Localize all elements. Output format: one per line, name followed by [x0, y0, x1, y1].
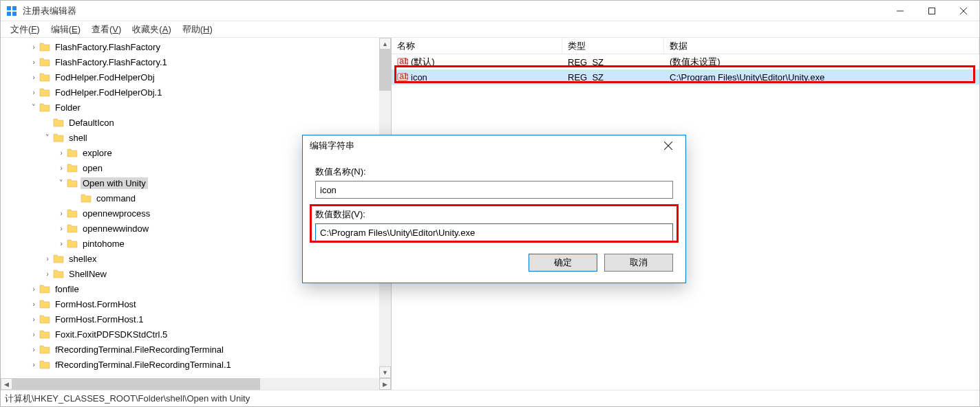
tree-horizontal-scrollbar[interactable]: ◀ ▶ — [1, 378, 391, 390]
scroll-track[interactable] — [12, 378, 379, 390]
expand-icon[interactable]: › — [42, 254, 53, 263]
column-header-data[interactable]: 数据 — [664, 38, 979, 54]
statusbar-path: 计算机\HKEY_CLASSES_ROOT\Folder\shell\Open … — [5, 393, 250, 405]
folder-icon — [39, 344, 50, 355]
tree-item[interactable]: ˅Folder — [1, 100, 379, 115]
tree-item[interactable]: ›fonfile — [1, 281, 379, 296]
svg-rect-1 — [12, 6, 17, 10]
expand-icon[interactable]: › — [28, 73, 39, 81]
expand-icon: · — [70, 194, 81, 202]
tree-item-label: fonfile — [53, 283, 81, 295]
tree-item-label: FodHelper.FodHelperObj — [53, 72, 157, 83]
svg-rect-3 — [12, 12, 17, 16]
dialog-title: 编辑字符串 — [310, 140, 658, 152]
tree-item-label: fRecordingTerminal.FileRecordingTerminal… — [53, 359, 233, 371]
expand-icon[interactable]: › — [42, 270, 53, 278]
dialog-titlebar[interactable]: 编辑字符串 — [303, 135, 685, 156]
expand-icon[interactable]: › — [28, 345, 39, 353]
expand-icon[interactable]: › — [28, 360, 39, 368]
expand-icon[interactable]: › — [56, 239, 67, 248]
value-name-label: 数值名称(N): — [315, 166, 673, 178]
expand-icon[interactable]: › — [28, 315, 39, 323]
value-name-input[interactable] — [315, 181, 673, 199]
tree-item-label: Foxit.FoxitPDFSDKStdCtrl.5 — [53, 329, 169, 340]
folder-icon — [67, 147, 78, 158]
value-data-input[interactable] — [315, 223, 673, 241]
tree-item[interactable]: ›fRecordingTerminal.FileRecordingTermina… — [1, 342, 379, 357]
edit-string-dialog: 编辑字符串 数值名称(N): 数值数据(V): 确定 取消 — [302, 135, 686, 283]
expand-icon[interactable]: › — [56, 164, 67, 172]
folder-icon — [39, 41, 50, 52]
tree-item[interactable]: ›Foxit.FoxitPDFSDKStdCtrl.5 — [1, 327, 379, 342]
window-controls — [884, 1, 979, 21]
scroll-thumb[interactable] — [379, 50, 391, 91]
folder-icon — [67, 223, 78, 234]
folder-icon — [53, 268, 64, 279]
tree-item-label: fRecordingTerminal.FileRecordingTerminal — [53, 344, 226, 355]
expand-icon: · — [42, 118, 53, 126]
list-row[interactable]: abiconREG_SZC:\Program Files\Unity\Edito… — [392, 69, 979, 85]
expand-icon[interactable]: › — [28, 330, 39, 338]
value-name: (默认) — [411, 56, 435, 68]
tree-item[interactable]: ·DefaultIcon — [1, 115, 379, 130]
list-row[interactable]: ab(默认)REG_SZ(数值未设置) — [392, 54, 979, 69]
expand-icon[interactable]: › — [56, 224, 67, 232]
folder-icon — [53, 132, 64, 143]
scroll-up-button[interactable]: ▲ — [379, 38, 391, 50]
expand-icon[interactable]: › — [28, 58, 39, 66]
menu-help[interactable]: 帮助(H) — [178, 22, 217, 37]
menu-edit[interactable]: 编辑(E) — [47, 22, 85, 37]
value-list[interactable]: ab(默认)REG_SZ(数值未设置)abiconREG_SZC:\Progra… — [392, 54, 979, 85]
svg-text:ab: ab — [399, 56, 408, 66]
scroll-right-button[interactable]: ▶ — [379, 378, 391, 390]
value-data: (数值未设置) — [664, 56, 979, 68]
collapse-icon[interactable]: ˅ — [42, 133, 53, 142]
expand-icon[interactable]: › — [28, 88, 39, 96]
close-button[interactable] — [948, 1, 979, 21]
expand-icon[interactable]: › — [56, 209, 67, 217]
folder-icon — [39, 314, 50, 324]
scroll-left-button[interactable]: ◀ — [1, 378, 12, 390]
ok-button[interactable]: 确定 — [529, 254, 597, 272]
tree-item-label: Open with Unity — [81, 177, 148, 189]
column-header-name[interactable]: 名称 — [392, 38, 562, 54]
expand-icon[interactable]: › — [28, 285, 39, 293]
column-header-type[interactable]: 类型 — [562, 38, 664, 54]
tree-item-label: FlashFactory.FlashFactory — [53, 41, 162, 53]
tree-item-label: shell — [67, 132, 89, 144]
menu-favorites[interactable]: 收藏夹(A) — [128, 22, 175, 37]
folder-icon — [39, 87, 50, 98]
tree-item[interactable]: ›FodHelper.FodHelperObj — [1, 69, 379, 85]
collapse-icon[interactable]: ˅ — [28, 103, 39, 112]
value-name: icon — [411, 72, 427, 82]
scroll-thumb[interactable] — [12, 378, 260, 390]
tree-item[interactable]: ›fRecordingTerminal.FileRecordingTermina… — [1, 357, 379, 372]
app-icon — [6, 6, 17, 16]
minimize-button[interactable] — [884, 1, 916, 21]
tree-item[interactable]: ›FlashFactory.FlashFactory — [1, 39, 379, 54]
list-header: 名称 类型 数据 — [392, 38, 979, 54]
tree-item[interactable]: ›FormHost.FormHost.1 — [1, 311, 379, 327]
tree-item[interactable]: ›FormHost.FormHost — [1, 296, 379, 311]
maximize-button[interactable] — [916, 1, 948, 21]
menu-file[interactable]: 文件(F) — [6, 22, 44, 37]
tree-item[interactable]: ›FlashFactory.FlashFactory.1 — [1, 54, 379, 69]
tree-item-label: open — [81, 162, 105, 174]
tree-item-label: DefaultIcon — [67, 117, 116, 129]
expand-icon[interactable]: › — [28, 43, 39, 51]
cancel-button[interactable]: 取消 — [604, 254, 673, 272]
scroll-down-button[interactable]: ▼ — [379, 366, 391, 378]
tree-item[interactable]: ›FodHelper.FodHelperObj.1 — [1, 85, 379, 100]
expand-icon[interactable]: › — [28, 300, 39, 308]
collapse-icon[interactable]: ˅ — [56, 179, 67, 188]
folder-icon — [39, 359, 50, 370]
statusbar: 计算机\HKEY_CLASSES_ROOT\Folder\shell\Open … — [1, 390, 979, 406]
folder-icon — [39, 102, 50, 113]
folder-icon — [39, 56, 50, 67]
dialog-close-button[interactable] — [658, 135, 679, 156]
folder-icon — [39, 298, 50, 309]
expand-icon[interactable]: › — [56, 148, 67, 157]
menu-view[interactable]: 查看(V) — [87, 22, 125, 37]
tree-item-label: command — [94, 192, 138, 204]
tree-item-label: ShellNew — [67, 268, 109, 280]
